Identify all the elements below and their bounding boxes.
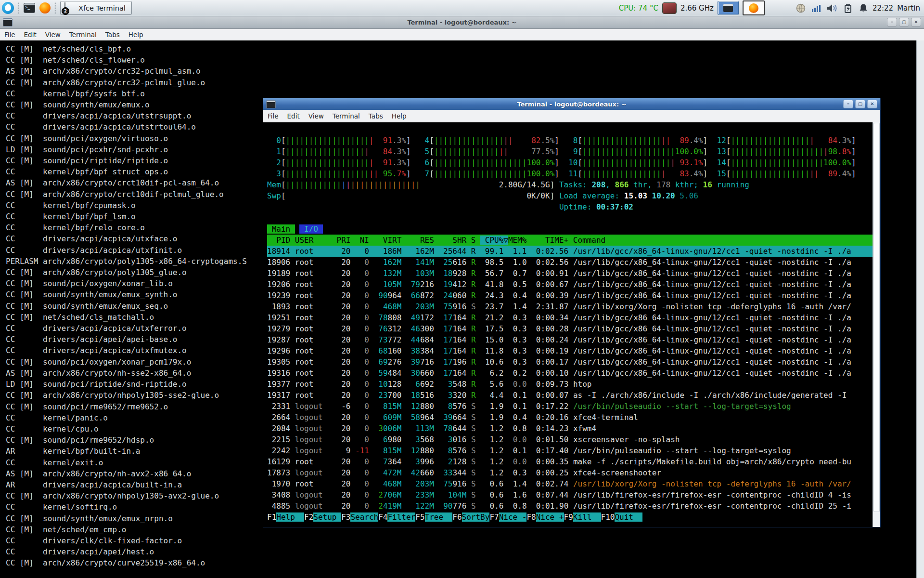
process-row[interactable]: 2664 logout 20 0 609M 58964 39664 S 1.9 … [267,412,873,423]
menu-item-edit[interactable]: Edit [20,29,41,41]
fkey-label-nice-[interactable]: Nice - [499,512,527,522]
fg-titlebar[interactable]: Terminal - logout@bordeaux: ~ – ▢ ✕ [263,98,880,110]
desktop: Terminal - logout@bordeaux: ~ – ▢ ✕ File… [0,0,924,578]
menu-item-view[interactable]: View [304,110,328,122]
fkey-f1[interactable]: F1 [267,512,276,522]
process-row[interactable]: 3408 logout 20 0 2706M 233M 104M S 0.6 1… [267,489,873,500]
minimize-button[interactable]: – [843,100,853,108]
notification-bell-icon[interactable] [858,3,869,13]
fkey-f9[interactable]: F9 [564,512,573,522]
process-table-header[interactable]: PID USER PRI NI VIRT RES SHR S CPU%▽MEM%… [267,235,873,246]
panel-separator [54,2,57,14]
fkey-f7[interactable]: F7 [489,512,499,522]
fkey-label-filter[interactable]: Filter [387,512,415,522]
fkey-label-setup[interactable]: Setup [313,512,341,522]
close-button[interactable]: ✕ [867,100,877,108]
menu-item-view[interactable]: View [41,29,65,41]
info-row: Uptime: 00:37:02 [267,201,873,212]
process-row[interactable]: 19317 root 20 0 23700 18516 3320 R 4.4 0… [267,390,873,401]
cpu-temperature-graph-icon[interactable] [662,2,677,14]
process-row[interactable]: 2215 logout 20 0 6980 3568 3016 S 1.2 0.… [267,434,873,445]
process-row[interactable]: 19296 root 20 0 68160 38384 17164 R 11.8… [267,345,873,356]
battery-icon[interactable] [843,3,853,13]
bg-scrollbar[interactable] [916,40,924,578]
taskbar-button-label: Xfce Terminal [78,4,126,12]
menu-item-edit[interactable]: Edit [283,110,304,122]
cpu-meter-row: 0[||||||||||||||||||| 91.3%] 4[|||||||||… [267,135,873,146]
fkey-f10[interactable]: F10 [601,512,615,522]
fkey-f4[interactable]: F4 [378,512,387,522]
menu-item-terminal[interactable]: Terminal [328,110,364,122]
process-row[interactable]: 17873 logout 20 0 472M 42660 33344 S 1.2… [267,467,873,478]
volume-icon[interactable] [826,3,838,13]
fkey-label-nice-[interactable]: Nice + [536,512,564,522]
process-row[interactable]: 19305 root 20 0 69276 39716 17196 R 10.6… [267,356,873,368]
minimize-button[interactable]: – [887,18,897,26]
process-row[interactable]: 19189 root 20 0 132M 103M 18928 R 56.7 0… [267,268,873,279]
fg-scrollbar[interactable] [873,122,880,527]
fkey-f5[interactable]: F5 [415,512,424,522]
menu-item-help[interactable]: Help [124,29,148,41]
bg-window-title: Terminal - logout@bordeaux: ~ [0,19,924,26]
firefox-launcher[interactable] [38,1,51,14]
sort-column-cpu[interactable]: CPU%▽ [480,236,508,245]
maximize-button[interactable]: ▢ [855,100,865,108]
process-row[interactable]: 19239 root 20 0 90964 66872 24060 R 24.3… [267,290,873,301]
cpu-meter-row: 1[|||||||||||||||||| 84.3%] 5[||||||||||… [267,146,873,157]
fkey-f2[interactable]: F2 [304,512,313,522]
globe-tray-icon[interactable] [796,3,806,13]
process-row[interactable]: 19316 root 20 0 59484 30660 17164 R 6.2 … [267,368,873,379]
process-row[interactable]: 2331 logout -6 0 815M 12880 8576 S 1.9 0… [267,401,873,412]
terminal-icon [24,3,35,13]
panel-clock[interactable]: 22:22 [873,4,893,13]
process-row[interactable]: 16129 root 20 0 7364 3996 2128 S 1.2 0.0… [267,456,873,467]
function-key-bar[interactable]: F1Help F2Setup F3SearchF4FilterF5Tree F6… [267,512,873,523]
process-row[interactable]: 19377 root 20 0 10128 6692 3548 R 5.6 0.… [267,379,873,390]
process-row[interactable]: 19251 root 20 0 78808 49172 17164 R 21.2… [267,312,873,323]
menu-item-file[interactable]: File [263,110,283,122]
process-row[interactable]: 19279 root 20 0 76312 46300 17164 R 17.5… [267,323,873,334]
process-row[interactable]: 19206 root 20 0 105M 79216 19412 R 41.8 … [267,279,873,290]
process-row[interactable]: 18906 root 20 0 162M 141M 25616 R 98.5 1… [267,257,873,268]
fg-menubar: FileEditViewTerminalTabsHelp [263,110,880,123]
fkey-label-sortby[interactable]: SortBy [462,512,490,522]
menu-item-tabs[interactable]: Tabs [101,29,124,41]
cpu-meter-row: 3[|||||||||||||||||||| 95.7%] 7[||||||||… [267,168,873,179]
scrollbar-thumb[interactable] [873,123,880,512]
fkey-label-quit[interactable]: Quit [615,512,642,522]
bg-titlebar[interactable]: Terminal - logout@bordeaux: ~ – ▢ ✕ [0,16,924,29]
applications-menu-button[interactable] [1,1,14,14]
htop-tab-io[interactable]: I/O [299,224,322,234]
process-row[interactable]: 1970 root 20 0 468M 203M 75916 S 0.6 1.4… [267,478,873,489]
firefox-icon [749,3,758,13]
process-row[interactable]: 1893 root 20 0 468M 203M 75916 S 23.7 1.… [267,301,873,312]
window-button-terminal[interactable] [718,1,739,15]
fkey-label-search[interactable]: Search [350,512,378,522]
maximize-button[interactable]: ▢ [899,18,909,26]
process-row[interactable]: 2084 logout 20 0 3006M 113M 78644 S 1.2 … [267,423,873,434]
process-row[interactable]: 4885 logout 20 0 2419M 122M 90776 S 0.6 … [267,500,873,512]
menu-item-tabs[interactable]: Tabs [364,110,387,122]
panel-username[interactable]: Martin [897,4,920,13]
network-signal-icon[interactable] [811,3,821,13]
fkey-f8[interactable]: F8 [526,512,536,522]
panel-separator [17,2,20,14]
fkey-label-kill[interactable]: Kill [573,512,601,522]
htop-tab-main[interactable]: Main [267,224,295,234]
menu-item-file[interactable]: File [0,29,20,41]
terminal-launcher[interactable] [23,1,36,14]
close-button[interactable]: ✕ [911,18,921,26]
htop-screen: 0[||||||||||||||||||| 91.3%] 4[|||||||||… [263,122,880,527]
fkey-f3[interactable]: F3 [341,512,350,522]
process-row[interactable]: 19287 root 20 0 73772 44684 17164 R 15.0… [267,334,873,345]
taskbar-button-xfce-terminal[interactable]: 2 Xfce Terminal [60,1,132,15]
window-button-firefox[interactable] [743,0,765,15]
terminal-window-icon [3,18,13,26]
process-row[interactable]: 2242 logout 9 -11 815M 12880 8576 S 1.2 … [267,445,873,456]
fkey-label-help[interactable]: Help [276,512,304,522]
menu-item-help[interactable]: Help [387,110,411,122]
fkey-label-tree[interactable]: Tree [425,512,453,522]
menu-item-terminal[interactable]: Terminal [65,29,101,41]
process-row-selected[interactable]: 18914 root 20 0 186M 162M 25644 R 99.1 1… [267,246,873,257]
fkey-f6[interactable]: F6 [452,512,462,522]
